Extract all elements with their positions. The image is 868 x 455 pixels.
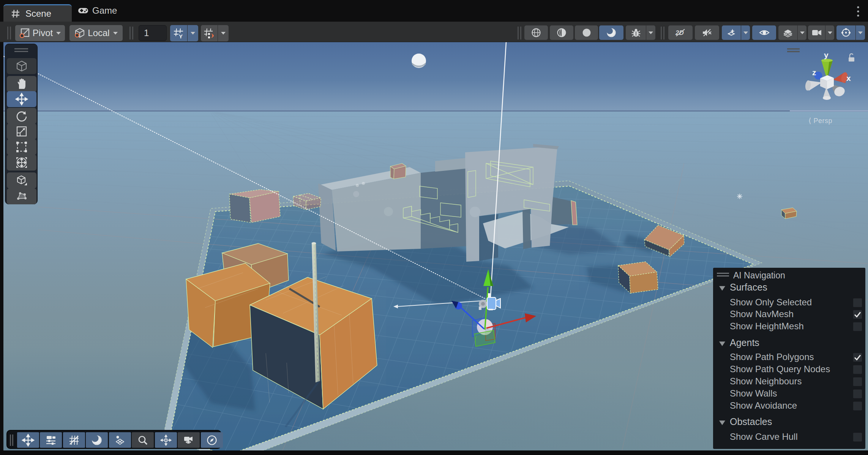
svg-text:z: z <box>812 68 816 77</box>
svg-text:x: x <box>846 74 851 82</box>
svg-text:2D: 2D <box>675 29 684 36</box>
svg-text:Y: Y <box>179 33 183 39</box>
svg-text:y: y <box>824 51 829 59</box>
